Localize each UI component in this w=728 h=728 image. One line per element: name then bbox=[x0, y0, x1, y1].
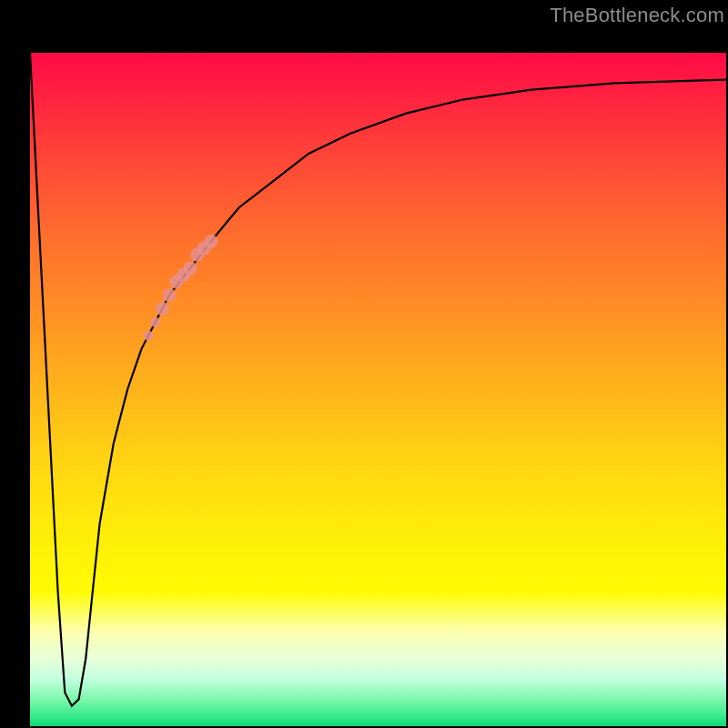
curve-svg bbox=[30, 53, 726, 726]
highlight-segment bbox=[144, 235, 218, 341]
chart-stage: TheBottleneck.com bbox=[0, 0, 728, 728]
chart-frame bbox=[0, 25, 728, 728]
highlight-dot bbox=[156, 302, 169, 316]
bottleneck-curve bbox=[30, 53, 726, 706]
plot-area bbox=[30, 53, 726, 726]
highlight-dot bbox=[204, 235, 217, 248]
curve-path bbox=[30, 53, 726, 706]
watermark-text: TheBottleneck.com bbox=[550, 4, 724, 27]
highlight-dot bbox=[184, 261, 197, 275]
highlight-dot bbox=[150, 318, 160, 328]
highlight-dot bbox=[163, 288, 177, 302]
highlight-dot bbox=[144, 330, 154, 340]
